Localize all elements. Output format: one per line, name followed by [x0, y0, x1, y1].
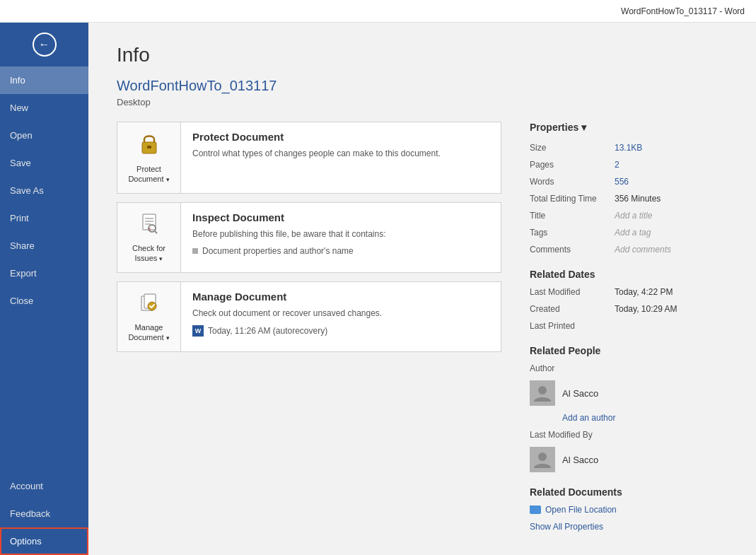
author-avatar [530, 380, 555, 406]
prop-row-comments: Comments Add comments [530, 245, 728, 255]
word-icon: W [192, 325, 204, 337]
sidebar-item-print[interactable]: Print [0, 204, 88, 232]
manage-document-content: Manage Document Check out document or re… [181, 282, 501, 348]
prop-label-size: Size [530, 143, 615, 153]
manage-icon [138, 291, 161, 320]
back-circle-icon: ← [33, 33, 57, 57]
prop-row-last-modified: Last Modified Today, 4:22 PM [530, 287, 728, 297]
manage-document-button[interactable]: ManageDocument ▾ [117, 282, 181, 351]
protect-document-content: Protect Document Control what types of c… [181, 122, 501, 168]
check-for-issues-button[interactable]: ! Check forIssues ▾ [117, 203, 181, 272]
back-button[interactable]: ← [0, 23, 88, 66]
inspect-sub-item-text: Document properties and author's name [202, 246, 354, 256]
main-content: Info WordFontHowTo_013117 Desktop [88, 23, 756, 555]
manage-document-title: Manage Document [192, 291, 489, 303]
related-people-header: Related People [530, 345, 728, 356]
prop-value-title[interactable]: Add a title [615, 211, 728, 221]
prop-label-last-modified-by: Last Modified By [530, 430, 615, 440]
protect-document-label: ProtectDocument ▾ [128, 164, 169, 185]
prop-value-size[interactable]: 13.1KB [615, 143, 728, 153]
last-modified-name: Al Sacco [562, 455, 598, 465]
autorecovery-text: Today, 11:26 AM (autorecovery) [208, 326, 327, 336]
inspect-sub-items: Document properties and author's name [192, 246, 489, 256]
sidebar-item-save[interactable]: Save [0, 149, 88, 177]
prop-label-author: Author [530, 363, 615, 373]
related-documents-section: Related Documents Open File Location Sho… [530, 486, 728, 532]
manage-document-description: Check out document or recover unsaved ch… [192, 307, 489, 320]
lock-icon [138, 131, 161, 161]
page-title: Info [117, 44, 728, 66]
prop-label-editing-time: Total Editing Time [530, 194, 615, 204]
svg-text:!: ! [149, 227, 151, 231]
check-for-issues-label: Check forIssues ▾ [132, 243, 165, 264]
prop-value-tags[interactable]: Add a tag [615, 228, 728, 238]
author-name: Al Sacco [562, 388, 598, 399]
author-person: Al Sacco [530, 380, 728, 406]
title-bar-text: WordFontHowTo_013117 - Word [621, 6, 745, 16]
prop-row-last-printed: Last Printed [530, 321, 728, 331]
cards-properties-layout: ProtectDocument ▾ Protect Document Contr… [117, 122, 728, 532]
inspect-document-content: Inspect Document Before publishing this … [181, 203, 501, 267]
last-modified-person: Al Sacco [530, 447, 728, 472]
prop-label-comments: Comments [530, 245, 615, 255]
inspect-document-description: Before publishing this file, be aware th… [192, 228, 489, 240]
prop-row-pages: Pages 2 [530, 160, 728, 170]
open-file-location-link[interactable]: Open File Location [530, 505, 728, 515]
sidebar-item-info[interactable]: Info [0, 66, 88, 94]
manage-sub-items: W Today, 11:26 AM (autorecovery) [192, 325, 489, 337]
prop-value-comments[interactable]: Add comments [615, 245, 728, 255]
svg-point-2 [148, 146, 150, 148]
prop-value-last-printed [615, 321, 728, 331]
autorecovery-item: W Today, 11:26 AM (autorecovery) [192, 325, 489, 337]
protect-document-title: Protect Document [192, 131, 489, 143]
sidebar-item-account[interactable]: Account [0, 472, 88, 500]
sidebar-item-export[interactable]: Export [0, 259, 88, 287]
prop-row-created: Created Today, 10:29 AM [530, 304, 728, 314]
sidebar-item-close[interactable]: Close [0, 287, 88, 315]
folder-icon [530, 506, 541, 514]
document-location: Desktop [117, 97, 728, 107]
sidebar-item-options[interactable]: Options [0, 527, 88, 555]
inspect-document-card: ! Check forIssues ▾ Inspect Document Bef… [117, 202, 501, 273]
main-layout: ← Info New Open Save Save As Print Share… [0, 23, 756, 555]
prop-label-created: Created [530, 304, 615, 314]
add-author-link[interactable]: Add an author [562, 413, 728, 423]
prop-label-last-printed: Last Printed [530, 321, 615, 331]
prop-row-author-label: Author [530, 363, 728, 373]
document-title[interactable]: WordFontHowTo_013117 [117, 78, 728, 94]
sidebar-item-share[interactable]: Share [0, 232, 88, 259]
related-documents-header: Related Documents [530, 486, 728, 498]
bullet-icon [192, 248, 198, 254]
sidebar: ← Info New Open Save Save As Print Share… [0, 23, 88, 555]
prop-label-tags: Tags [530, 228, 615, 238]
sidebar-item-new[interactable]: New [0, 94, 88, 122]
prop-row-editing-time: Total Editing Time 356 Minutes [530, 194, 728, 204]
inspect-sub-item-0: Document properties and author's name [192, 246, 489, 256]
prop-row-size: Size 13.1KB [530, 143, 728, 153]
prop-row-tags: Tags Add a tag [530, 228, 728, 238]
sidebar-item-open[interactable]: Open [0, 122, 88, 149]
prop-value-last-modified: Today, 4:22 PM [615, 287, 728, 297]
prop-row-last-modified-by-label: Last Modified By [530, 430, 728, 440]
svg-point-14 [538, 452, 547, 461]
related-dates-header: Related Dates [530, 269, 728, 280]
inspect-icon: ! [138, 211, 161, 240]
protect-document-card: ProtectDocument ▾ Protect Document Contr… [117, 122, 501, 194]
properties-panel: Properties ▾ Size 13.1KB Pages 2 Words 5… [530, 122, 728, 532]
svg-point-13 [538, 386, 547, 395]
prop-value-pages[interactable]: 2 [615, 160, 728, 170]
properties-header: Properties ▾ [530, 122, 728, 133]
sidebar-item-feedback[interactable]: Feedback [0, 500, 88, 527]
prop-row-words: Words 556 [530, 177, 728, 187]
properties-dropdown-icon[interactable]: ▾ [581, 122, 586, 133]
sidebar-item-save-as[interactable]: Save As [0, 177, 88, 204]
prop-label-pages: Pages [530, 160, 615, 170]
manage-document-label: ManageDocument ▾ [128, 322, 169, 343]
prop-label-title: Title [530, 211, 615, 221]
prop-value-words[interactable]: 556 [615, 177, 728, 187]
protect-document-button[interactable]: ProtectDocument ▾ [117, 122, 181, 193]
manage-document-card: ManageDocument ▾ Manage Document Check o… [117, 281, 501, 352]
protect-document-description: Control what types of changes people can… [192, 147, 489, 160]
show-all-properties-link[interactable]: Show All Properties [530, 522, 728, 532]
inspect-document-title: Inspect Document [192, 211, 489, 223]
